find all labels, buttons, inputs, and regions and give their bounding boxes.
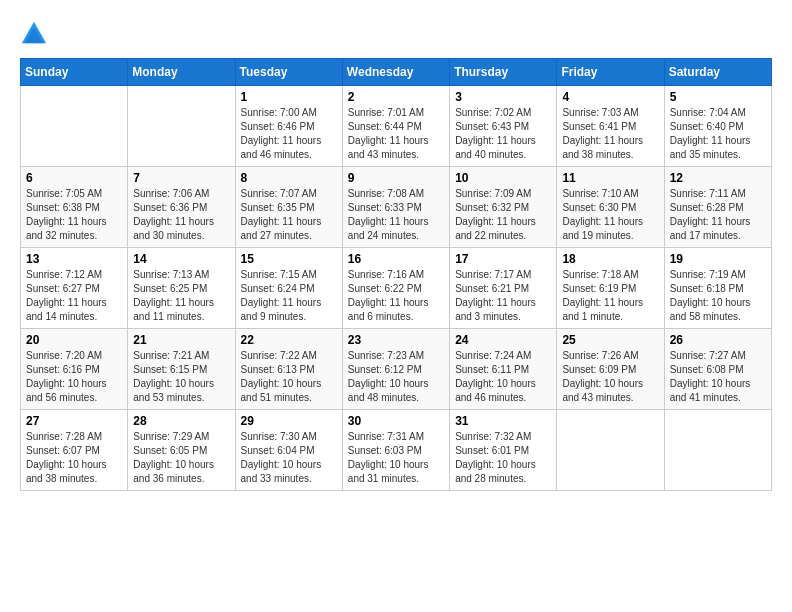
day-info: Sunrise: 7:12 AMSunset: 6:27 PMDaylight:… xyxy=(26,268,122,324)
day-info: Sunrise: 7:26 AMSunset: 6:09 PMDaylight:… xyxy=(562,349,658,405)
calendar-table: SundayMondayTuesdayWednesdayThursdayFrid… xyxy=(20,58,772,491)
day-number: 4 xyxy=(562,90,658,104)
calendar-cell: 8Sunrise: 7:07 AMSunset: 6:35 PMDaylight… xyxy=(235,167,342,248)
calendar-cell: 27Sunrise: 7:28 AMSunset: 6:07 PMDayligh… xyxy=(21,410,128,491)
day-number: 18 xyxy=(562,252,658,266)
calendar-cell: 2Sunrise: 7:01 AMSunset: 6:44 PMDaylight… xyxy=(342,86,449,167)
day-header-tuesday: Tuesday xyxy=(235,59,342,86)
day-header-monday: Monday xyxy=(128,59,235,86)
week-row-5: 27Sunrise: 7:28 AMSunset: 6:07 PMDayligh… xyxy=(21,410,772,491)
day-number: 21 xyxy=(133,333,229,347)
day-number: 6 xyxy=(26,171,122,185)
day-info: Sunrise: 7:05 AMSunset: 6:38 PMDaylight:… xyxy=(26,187,122,243)
day-info: Sunrise: 7:27 AMSunset: 6:08 PMDaylight:… xyxy=(670,349,766,405)
calendar-cell: 1Sunrise: 7:00 AMSunset: 6:46 PMDaylight… xyxy=(235,86,342,167)
day-info: Sunrise: 7:01 AMSunset: 6:44 PMDaylight:… xyxy=(348,106,444,162)
header-row: SundayMondayTuesdayWednesdayThursdayFrid… xyxy=(21,59,772,86)
calendar-cell xyxy=(664,410,771,491)
day-info: Sunrise: 7:00 AMSunset: 6:46 PMDaylight:… xyxy=(241,106,337,162)
week-row-3: 13Sunrise: 7:12 AMSunset: 6:27 PMDayligh… xyxy=(21,248,772,329)
day-number: 19 xyxy=(670,252,766,266)
day-info: Sunrise: 7:16 AMSunset: 6:22 PMDaylight:… xyxy=(348,268,444,324)
day-info: Sunrise: 7:10 AMSunset: 6:30 PMDaylight:… xyxy=(562,187,658,243)
day-info: Sunrise: 7:13 AMSunset: 6:25 PMDaylight:… xyxy=(133,268,229,324)
calendar-cell: 31Sunrise: 7:32 AMSunset: 6:01 PMDayligh… xyxy=(450,410,557,491)
day-header-friday: Friday xyxy=(557,59,664,86)
day-info: Sunrise: 7:22 AMSunset: 6:13 PMDaylight:… xyxy=(241,349,337,405)
logo-icon xyxy=(20,20,48,48)
day-number: 3 xyxy=(455,90,551,104)
calendar-cell: 30Sunrise: 7:31 AMSunset: 6:03 PMDayligh… xyxy=(342,410,449,491)
calendar-cell: 11Sunrise: 7:10 AMSunset: 6:30 PMDayligh… xyxy=(557,167,664,248)
calendar-cell: 3Sunrise: 7:02 AMSunset: 6:43 PMDaylight… xyxy=(450,86,557,167)
day-info: Sunrise: 7:04 AMSunset: 6:40 PMDaylight:… xyxy=(670,106,766,162)
day-number: 27 xyxy=(26,414,122,428)
calendar-cell xyxy=(557,410,664,491)
day-number: 24 xyxy=(455,333,551,347)
day-number: 2 xyxy=(348,90,444,104)
calendar-cell: 24Sunrise: 7:24 AMSunset: 6:11 PMDayligh… xyxy=(450,329,557,410)
day-number: 30 xyxy=(348,414,444,428)
calendar-cell: 6Sunrise: 7:05 AMSunset: 6:38 PMDaylight… xyxy=(21,167,128,248)
day-info: Sunrise: 7:15 AMSunset: 6:24 PMDaylight:… xyxy=(241,268,337,324)
day-info: Sunrise: 7:17 AMSunset: 6:21 PMDaylight:… xyxy=(455,268,551,324)
day-number: 9 xyxy=(348,171,444,185)
calendar-cell xyxy=(128,86,235,167)
day-info: Sunrise: 7:02 AMSunset: 6:43 PMDaylight:… xyxy=(455,106,551,162)
day-number: 1 xyxy=(241,90,337,104)
day-info: Sunrise: 7:23 AMSunset: 6:12 PMDaylight:… xyxy=(348,349,444,405)
day-info: Sunrise: 7:20 AMSunset: 6:16 PMDaylight:… xyxy=(26,349,122,405)
day-header-saturday: Saturday xyxy=(664,59,771,86)
day-header-sunday: Sunday xyxy=(21,59,128,86)
day-header-wednesday: Wednesday xyxy=(342,59,449,86)
calendar-cell: 18Sunrise: 7:18 AMSunset: 6:19 PMDayligh… xyxy=(557,248,664,329)
day-number: 22 xyxy=(241,333,337,347)
calendar-cell: 19Sunrise: 7:19 AMSunset: 6:18 PMDayligh… xyxy=(664,248,771,329)
day-info: Sunrise: 7:24 AMSunset: 6:11 PMDaylight:… xyxy=(455,349,551,405)
day-number: 29 xyxy=(241,414,337,428)
day-info: Sunrise: 7:06 AMSunset: 6:36 PMDaylight:… xyxy=(133,187,229,243)
day-header-thursday: Thursday xyxy=(450,59,557,86)
calendar-cell: 7Sunrise: 7:06 AMSunset: 6:36 PMDaylight… xyxy=(128,167,235,248)
day-info: Sunrise: 7:19 AMSunset: 6:18 PMDaylight:… xyxy=(670,268,766,324)
calendar-cell: 26Sunrise: 7:27 AMSunset: 6:08 PMDayligh… xyxy=(664,329,771,410)
day-info: Sunrise: 7:11 AMSunset: 6:28 PMDaylight:… xyxy=(670,187,766,243)
day-info: Sunrise: 7:21 AMSunset: 6:15 PMDaylight:… xyxy=(133,349,229,405)
calendar-cell: 4Sunrise: 7:03 AMSunset: 6:41 PMDaylight… xyxy=(557,86,664,167)
day-number: 31 xyxy=(455,414,551,428)
day-number: 20 xyxy=(26,333,122,347)
day-number: 28 xyxy=(133,414,229,428)
day-info: Sunrise: 7:07 AMSunset: 6:35 PMDaylight:… xyxy=(241,187,337,243)
week-row-2: 6Sunrise: 7:05 AMSunset: 6:38 PMDaylight… xyxy=(21,167,772,248)
day-info: Sunrise: 7:18 AMSunset: 6:19 PMDaylight:… xyxy=(562,268,658,324)
day-number: 7 xyxy=(133,171,229,185)
calendar-cell: 17Sunrise: 7:17 AMSunset: 6:21 PMDayligh… xyxy=(450,248,557,329)
calendar-cell: 9Sunrise: 7:08 AMSunset: 6:33 PMDaylight… xyxy=(342,167,449,248)
calendar-cell: 16Sunrise: 7:16 AMSunset: 6:22 PMDayligh… xyxy=(342,248,449,329)
day-info: Sunrise: 7:29 AMSunset: 6:05 PMDaylight:… xyxy=(133,430,229,486)
day-number: 8 xyxy=(241,171,337,185)
day-number: 26 xyxy=(670,333,766,347)
day-info: Sunrise: 7:31 AMSunset: 6:03 PMDaylight:… xyxy=(348,430,444,486)
calendar-cell: 23Sunrise: 7:23 AMSunset: 6:12 PMDayligh… xyxy=(342,329,449,410)
day-info: Sunrise: 7:08 AMSunset: 6:33 PMDaylight:… xyxy=(348,187,444,243)
calendar-cell: 15Sunrise: 7:15 AMSunset: 6:24 PMDayligh… xyxy=(235,248,342,329)
day-number: 17 xyxy=(455,252,551,266)
calendar-cell: 10Sunrise: 7:09 AMSunset: 6:32 PMDayligh… xyxy=(450,167,557,248)
calendar-cell: 12Sunrise: 7:11 AMSunset: 6:28 PMDayligh… xyxy=(664,167,771,248)
day-number: 15 xyxy=(241,252,337,266)
calendar-cell xyxy=(21,86,128,167)
calendar-cell: 13Sunrise: 7:12 AMSunset: 6:27 PMDayligh… xyxy=(21,248,128,329)
calendar-cell: 25Sunrise: 7:26 AMSunset: 6:09 PMDayligh… xyxy=(557,329,664,410)
day-info: Sunrise: 7:03 AMSunset: 6:41 PMDaylight:… xyxy=(562,106,658,162)
day-info: Sunrise: 7:32 AMSunset: 6:01 PMDaylight:… xyxy=(455,430,551,486)
page-header xyxy=(20,20,772,48)
logo xyxy=(20,20,52,48)
day-number: 10 xyxy=(455,171,551,185)
day-info: Sunrise: 7:30 AMSunset: 6:04 PMDaylight:… xyxy=(241,430,337,486)
day-number: 13 xyxy=(26,252,122,266)
day-number: 5 xyxy=(670,90,766,104)
calendar-cell: 22Sunrise: 7:22 AMSunset: 6:13 PMDayligh… xyxy=(235,329,342,410)
calendar-cell: 21Sunrise: 7:21 AMSunset: 6:15 PMDayligh… xyxy=(128,329,235,410)
calendar-cell: 5Sunrise: 7:04 AMSunset: 6:40 PMDaylight… xyxy=(664,86,771,167)
